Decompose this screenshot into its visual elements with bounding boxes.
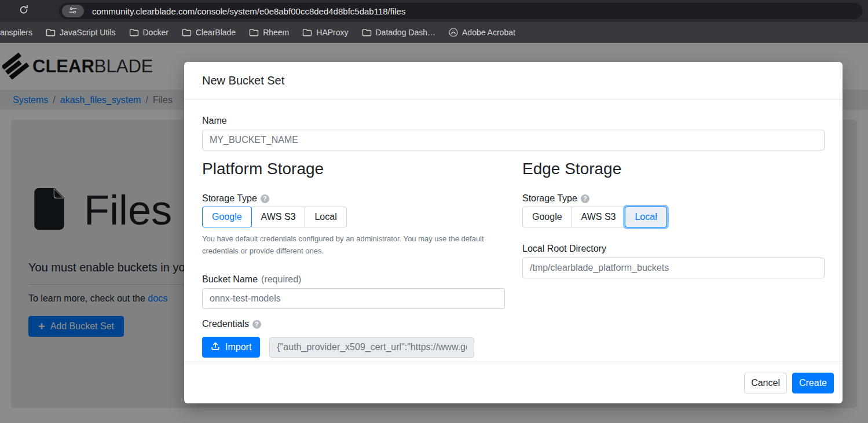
credentials-value-field[interactable]: [269, 337, 474, 358]
url-text: community.clearblade.com/console/system/…: [92, 6, 405, 16]
reload-button[interactable]: [14, 2, 34, 20]
site-controls-button[interactable]: [62, 5, 84, 17]
platform-storage-heading: Platform Storage: [202, 160, 505, 178]
address-bar[interactable]: community.clearblade.com/console/system/…: [59, 3, 862, 19]
bookmark-rheem[interactable]: Rheem: [249, 28, 289, 37]
name-input[interactable]: [202, 130, 825, 150]
bucket-name-required: (required): [261, 274, 301, 285]
storage-type-text: Storage Type: [202, 193, 257, 204]
adobe-acrobat-icon: [449, 28, 458, 37]
bookmark-datadog-dash[interactable]: Datadog Dash…: [362, 28, 436, 37]
help-icon[interactable]: ?: [581, 194, 589, 203]
new-bucket-set-modal: New Bucket Set Name Platform Storage Sto…: [184, 62, 843, 403]
credentials-label: Credentials ?: [202, 319, 505, 329]
platform-storage-local-button[interactable]: Local: [305, 207, 346, 227]
browser-toolbar: community.clearblade.com/console/system/…: [0, 0, 868, 22]
platform-storage-type-group: Google AWS S3 Local: [202, 207, 505, 227]
folder-icon: [302, 28, 312, 36]
bookmark-haproxy[interactable]: HAProxy: [302, 28, 348, 37]
edge-storage-section: Edge Storage Storage Type ? Google AWS S…: [522, 160, 825, 358]
create-button[interactable]: Create: [792, 373, 834, 393]
folder-icon: [46, 28, 56, 36]
modal-footer: Cancel Create: [184, 362, 843, 403]
browser-window: community.clearblade.com/console/system/…: [0, 0, 868, 423]
platform-storage-section: Platform Storage Storage Type ? Google A…: [202, 160, 505, 358]
bookmark-label: ClearBlade: [196, 28, 236, 37]
local-root-directory-input[interactable]: [522, 258, 825, 278]
modal-body: Name Platform Storage Storage Type ? Goo…: [184, 100, 843, 362]
bookmark-label: anspilers: [0, 28, 32, 37]
folder-icon: [249, 28, 259, 36]
edge-storage-type-group: Google AWS S3 Local: [522, 207, 825, 227]
folder-icon: [362, 28, 372, 36]
storage-type-text: Storage Type: [522, 193, 577, 204]
platform-storage-aws-s3-button[interactable]: AWS S3: [251, 207, 306, 227]
help-icon[interactable]: ?: [261, 194, 269, 203]
reload-icon: [19, 5, 29, 17]
bookmark-label: JavaScript Utils: [60, 28, 115, 37]
bookmark-label: Adobe Acrobat: [462, 28, 515, 37]
import-credentials-button[interactable]: Import: [202, 337, 260, 358]
modal-header: New Bucket Set: [184, 62, 843, 100]
edge-storage-type-label: Storage Type ?: [522, 193, 825, 204]
edge-storage-google-button[interactable]: Google: [522, 207, 572, 227]
bookmark-transpilers[interactable]: anspilers: [0, 28, 32, 37]
bookmark-javascript-utils[interactable]: JavaScript Utils: [46, 28, 115, 37]
modal-title: New Bucket Set: [202, 74, 284, 87]
credentials-help-text: You have default credentials configured …: [202, 233, 495, 257]
bucket-name-input[interactable]: [202, 288, 505, 309]
edge-storage-heading: Edge Storage: [522, 160, 825, 178]
bookmark-label: Datadog Dash…: [376, 28, 436, 37]
bucket-name-text: Bucket Name: [202, 274, 258, 285]
folder-icon: [129, 28, 139, 36]
cancel-button[interactable]: Cancel: [744, 373, 787, 393]
page-content: CLEARBLADE Systems / akash_files_system …: [0, 43, 868, 423]
name-label: Name: [202, 116, 825, 126]
bookmark-label: Rheem: [263, 28, 289, 37]
upload-icon: [211, 341, 220, 353]
bookmark-adobe-acrobat[interactable]: Adobe Acrobat: [449, 28, 515, 37]
local-root-directory-label: Local Root Directory: [522, 244, 825, 254]
bucket-name-label: Bucket Name (required): [202, 274, 505, 285]
import-label: Import: [225, 342, 251, 352]
edge-storage-local-button[interactable]: Local: [625, 207, 666, 227]
bookmarks-bar: anspilers JavaScript Utils Docker ClearB…: [0, 22, 868, 43]
bookmark-docker[interactable]: Docker: [129, 28, 169, 37]
help-icon[interactable]: ?: [252, 320, 261, 329]
bookmark-clearblade[interactable]: ClearBlade: [182, 28, 236, 37]
bookmark-label: Docker: [143, 28, 169, 37]
platform-storage-type-label: Storage Type ?: [202, 193, 505, 204]
folder-icon: [182, 28, 192, 36]
credentials-text: Credentials: [202, 319, 249, 329]
bookmark-label: HAProxy: [316, 28, 348, 37]
site-controls-icon: [68, 6, 78, 16]
platform-storage-google-button[interactable]: Google: [202, 207, 252, 227]
edge-storage-aws-s3-button[interactable]: AWS S3: [572, 207, 626, 227]
